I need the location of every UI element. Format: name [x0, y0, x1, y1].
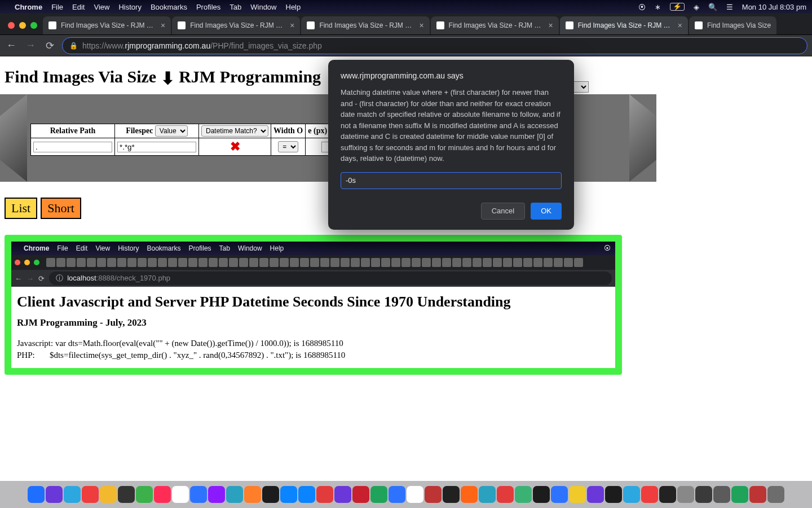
dock-app-icon[interactable]	[118, 486, 135, 503]
dock-app-icon[interactable]	[316, 486, 333, 503]
back-button[interactable]: ←	[5, 39, 18, 52]
dock-app-icon[interactable]	[587, 486, 604, 503]
filespec-input[interactable]	[117, 142, 196, 152]
macos-menubar: Chrome File Edit View History Bookmarks …	[0, 0, 812, 14]
wifi-icon[interactable]: ◈	[694, 3, 699, 11]
browser-tab-active[interactable]: Find Images Via Size - RJM Prc×	[560, 16, 688, 34]
dock-app-icon[interactable]	[334, 486, 351, 503]
dock-app-icon[interactable]	[641, 486, 658, 503]
address-bar[interactable]: 🔒 https://www.rjmprogramming.com.au/PHP/…	[62, 37, 807, 54]
dock-app-icon[interactable]	[407, 486, 423, 503]
inset-menubar: Chrome File Edit View History Bookmarks …	[11, 242, 615, 255]
tab-close-icon[interactable]: ×	[678, 21, 682, 30]
browser-tab[interactable]: Find Images Via Size - RJM Prc×	[43, 16, 171, 34]
tab-close-icon[interactable]: ×	[419, 21, 423, 30]
dock-app-icon[interactable]	[352, 486, 369, 503]
menu-help[interactable]: Help	[286, 3, 301, 11]
dock-app-icon[interactable]	[731, 486, 748, 503]
tab-close-icon[interactable]: ×	[161, 21, 165, 30]
heading-select[interactable]	[573, 81, 589, 93]
short-button[interactable]: Short	[41, 198, 81, 219]
control-center-icon[interactable]: ☰	[726, 3, 733, 11]
browser-tab[interactable]: Find Images Via Size - RJM Prc×	[301, 16, 429, 34]
datetime-match-select[interactable]: Datetime Match?	[201, 125, 268, 137]
browser-tab[interactable]: Find Images Via Size - RJM Prc×	[172, 16, 300, 34]
reload-button[interactable]: ⟳	[43, 39, 56, 52]
dock-app-icon[interactable]	[515, 486, 532, 503]
window-zoom-icon[interactable]	[30, 22, 37, 29]
menu-tab[interactable]: Tab	[230, 3, 241, 11]
tab-close-icon[interactable]: ×	[290, 21, 294, 30]
dock-app-icon[interactable]	[298, 486, 315, 503]
dock-app-icon[interactable]	[605, 486, 622, 503]
dock-app-icon[interactable]	[226, 486, 243, 503]
dock-app-icon[interactable]	[443, 486, 460, 503]
dock-app-icon[interactable]	[389, 486, 405, 503]
dock-app-icon[interactable]	[280, 486, 297, 503]
dock-trash-icon[interactable]	[767, 486, 784, 503]
dock-app-icon[interactable]	[479, 486, 496, 503]
menu-view[interactable]: View	[94, 3, 109, 11]
dock-app-icon[interactable]	[64, 486, 81, 503]
dock-app-icon[interactable]	[82, 486, 99, 503]
dock-app-icon[interactable]	[190, 486, 207, 503]
dock-app-icon[interactable]	[370, 486, 387, 503]
window-minimize-icon[interactable]	[19, 22, 26, 29]
inset-subheading: RJM Programming - July, 2023	[17, 317, 610, 329]
spotlight-icon[interactable]: 🔍	[708, 3, 717, 11]
filespec-value-select[interactable]: Value	[155, 125, 188, 137]
dock-app-icon[interactable]	[713, 486, 730, 503]
bluetooth-icon[interactable]: ∗	[655, 3, 661, 11]
forward-button[interactable]: →	[24, 39, 37, 52]
tab-close-icon[interactable]: ×	[549, 21, 553, 30]
dock-app-icon[interactable]	[425, 486, 442, 503]
dock-app-icon[interactable]	[172, 486, 189, 503]
tab-title: Find Images Via Size - RJM Prc	[61, 21, 154, 29]
menu-file[interactable]: File	[51, 3, 63, 11]
menu-edit[interactable]: Edit	[72, 3, 85, 11]
mini-tab-icon	[554, 258, 563, 267]
inset-heading: Client Javascript and Server PHP Datetim…	[17, 294, 610, 310]
menubar-clock[interactable]: Mon 10 Jul 8:03 pm	[742, 3, 806, 11]
width-op-select[interactable]: =	[278, 141, 298, 152]
mini-tab-icon	[351, 258, 360, 267]
dock-app-icon[interactable]	[749, 486, 766, 503]
mini-tab-icon	[46, 258, 55, 267]
clear-datetime-icon[interactable]: ✖	[230, 139, 240, 154]
dock-app-icon[interactable]	[695, 486, 712, 503]
dock-app-icon[interactable]	[533, 486, 550, 503]
dock-app-icon[interactable]	[46, 486, 63, 503]
dock-app-icon[interactable]	[244, 486, 261, 503]
screenrecord-icon[interactable]: ⦿	[638, 3, 646, 11]
menu-window[interactable]: Window	[250, 3, 276, 11]
menu-profiles[interactable]: Profiles	[196, 3, 220, 11]
list-button[interactable]: List	[5, 198, 37, 219]
dock-app-icon[interactable]	[551, 486, 568, 503]
browser-tab[interactable]: Find Images Via Size	[689, 16, 776, 34]
favicon-icon	[178, 21, 186, 29]
window-close-icon[interactable]	[8, 22, 15, 29]
dock-app-icon[interactable]	[461, 486, 478, 503]
dock-app-icon[interactable]	[136, 486, 153, 503]
dock-app-icon[interactable]	[208, 486, 225, 503]
dock-app-icon[interactable]	[154, 486, 171, 503]
dock-app-icon[interactable]	[262, 486, 279, 503]
dock-app-icon[interactable]	[677, 486, 694, 503]
dock-app-icon[interactable]	[569, 486, 586, 503]
menu-bookmarks[interactable]: Bookmarks	[151, 3, 187, 11]
relative-path-input[interactable]	[33, 142, 112, 152]
dialog-ok-button[interactable]: OK	[531, 203, 562, 220]
browser-tab[interactable]: Find Images Via Size - RJM Prc×	[431, 16, 559, 34]
dock-app-icon[interactable]	[659, 486, 676, 503]
dialog-cancel-button[interactable]: Cancel	[481, 203, 525, 220]
dock-app-icon[interactable]	[623, 486, 640, 503]
mini-tab-icon	[209, 258, 218, 267]
menu-history[interactable]: History	[118, 3, 141, 11]
dock-app-icon[interactable]	[100, 486, 117, 503]
menubar-appname[interactable]: Chrome	[15, 3, 42, 11]
mini-tab-icon	[361, 258, 370, 267]
dock-app-icon[interactable]	[497, 486, 514, 503]
dock-app-icon[interactable]	[28, 486, 45, 503]
dialog-input[interactable]	[341, 172, 562, 189]
battery-icon[interactable]: ⚡	[670, 3, 685, 11]
